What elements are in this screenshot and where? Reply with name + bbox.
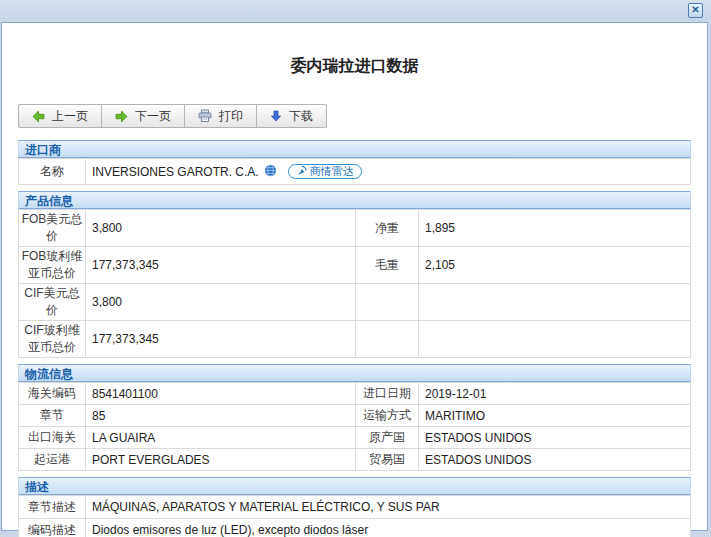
close-icon[interactable]: ✕ (688, 3, 703, 18)
import-record-dialog: 委内瑞拉进口数据 上一页 下一页 打印 (1, 22, 708, 531)
field-value: 3,800 (86, 284, 356, 321)
field-label: 运输方式 (356, 405, 419, 427)
table-row: CIF美元总价 3,800 (19, 284, 691, 321)
download-label: 下载 (289, 108, 313, 125)
next-page-label: 下一页 (135, 108, 171, 125)
field-label (356, 284, 419, 321)
field-value: MÁQUINAS, APARATOS Y MATERIAL ELÉCTRICO,… (86, 496, 691, 519)
description-table: 章节描述 MÁQUINAS, APARATOS Y MATERIAL ELÉCT… (18, 495, 691, 537)
toolbar: 上一页 下一页 打印 下载 (18, 104, 707, 128)
field-label: 毛重 (356, 247, 419, 284)
field-label: 进口日期 (356, 383, 419, 405)
printer-icon (198, 109, 212, 123)
field-value: PORT EVERGLADES (86, 449, 356, 471)
field-value: LA GUAIRA (86, 427, 356, 449)
table-row: 起运港 PORT EVERGLADES 贸易国 ESTADOS UNIDOS (19, 449, 691, 471)
table-row: FOB美元总价 3,800 净重 1,895 (19, 210, 691, 247)
importer-name-label: 名称 (19, 159, 86, 185)
download-arrow-icon (270, 110, 282, 122)
table-row: 海关编码 8541401100 进口日期 2019-12-01 (19, 383, 691, 405)
print-label: 打印 (219, 108, 243, 125)
globe-icon[interactable] (264, 164, 277, 180)
field-label: CIF美元总价 (19, 284, 86, 321)
table-row: FOB玻利维亚币总价 177,373,345 毛重 2,105 (19, 247, 691, 284)
logistics-table: 海关编码 8541401100 进口日期 2019-12-01 章节 85 运输… (18, 382, 691, 471)
radar-badge-label: 商情雷达 (310, 164, 354, 179)
field-label: 净重 (356, 210, 419, 247)
prev-page-button[interactable]: 上一页 (18, 104, 102, 128)
section-title-logistics: 物流信息 (18, 364, 691, 382)
table-row: 编码描述 Diodos emisores de luz (LED), excep… (19, 519, 691, 537)
table-row: 章节描述 MÁQUINAS, APARATOS Y MATERIAL ELÉCT… (19, 496, 691, 519)
table-row: 章节 85 运输方式 MARITIMO (19, 405, 691, 427)
table-row: 出口海关 LA GUAIRA 原产国 ESTADOS UNIDOS (19, 427, 691, 449)
field-value: 3,800 (86, 210, 356, 247)
field-value: ESTADOS UNIDOS (419, 449, 691, 471)
window-titlebar: ✕ (0, 0, 711, 22)
field-label: FOB美元总价 (19, 210, 86, 247)
field-label: 章节描述 (19, 496, 86, 519)
field-value: 177,373,345 (86, 247, 356, 284)
section-title-description: 描述 (18, 477, 691, 495)
field-value: MARITIMO (419, 405, 691, 427)
section-product: 产品信息 FOB美元总价 3,800 净重 1,895 FOB玻利维亚币总价 1… (18, 191, 691, 358)
field-value: ESTADOS UNIDOS (419, 427, 691, 449)
field-value: 2,105 (419, 247, 691, 284)
business-radar-badge[interactable]: 商情雷达 (288, 164, 362, 179)
field-value: Diodos emisores de luz (LED), excepto di… (86, 519, 691, 537)
field-label: 贸易国 (356, 449, 419, 471)
importer-table: 名称 INVERSIONES GAROTR. C.A. (18, 158, 691, 185)
page-title: 委内瑞拉进口数据 (2, 56, 707, 77)
field-label: 章节 (19, 405, 86, 427)
field-value (419, 321, 691, 358)
field-value: 2019-12-01 (419, 383, 691, 405)
download-button[interactable]: 下载 (256, 104, 327, 128)
field-label: 出口海关 (19, 427, 86, 449)
section-importer: 进口商 名称 INVERSIONES GAROTR. C.A. (18, 140, 691, 185)
table-row: 名称 INVERSIONES GAROTR. C.A. (19, 159, 691, 185)
field-label: 起运港 (19, 449, 86, 471)
next-page-button[interactable]: 下一页 (101, 104, 185, 128)
radar-icon (296, 165, 307, 178)
product-table: FOB美元总价 3,800 净重 1,895 FOB玻利维亚币总价 177,37… (18, 209, 691, 358)
section-title-product: 产品信息 (18, 191, 691, 209)
print-button[interactable]: 打印 (184, 104, 257, 128)
section-title-importer: 进口商 (18, 140, 691, 158)
dialog-content: 进口商 名称 INVERSIONES GAROTR. C.A. (18, 140, 691, 537)
field-label: 原产国 (356, 427, 419, 449)
field-label: 海关编码 (19, 383, 86, 405)
field-value: 85 (86, 405, 356, 427)
importer-name-value: INVERSIONES GAROTR. C.A. (92, 165, 259, 179)
field-value (419, 284, 691, 321)
field-value: 8541401100 (86, 383, 356, 405)
field-value: 177,373,345 (86, 321, 356, 358)
field-value: 1,895 (419, 210, 691, 247)
arrow-left-icon (32, 110, 45, 123)
section-logistics: 物流信息 海关编码 8541401100 进口日期 2019-12-01 章节 … (18, 364, 691, 471)
field-label: 编码描述 (19, 519, 86, 537)
table-row: CIF玻利维亚币总价 177,373,345 (19, 321, 691, 358)
field-label: CIF玻利维亚币总价 (19, 321, 86, 358)
field-label (356, 321, 419, 358)
arrow-right-icon (115, 110, 128, 123)
section-description: 描述 章节描述 MÁQUINAS, APARATOS Y MATERIAL EL… (18, 477, 691, 537)
prev-page-label: 上一页 (52, 108, 88, 125)
field-label: FOB玻利维亚币总价 (19, 247, 86, 284)
